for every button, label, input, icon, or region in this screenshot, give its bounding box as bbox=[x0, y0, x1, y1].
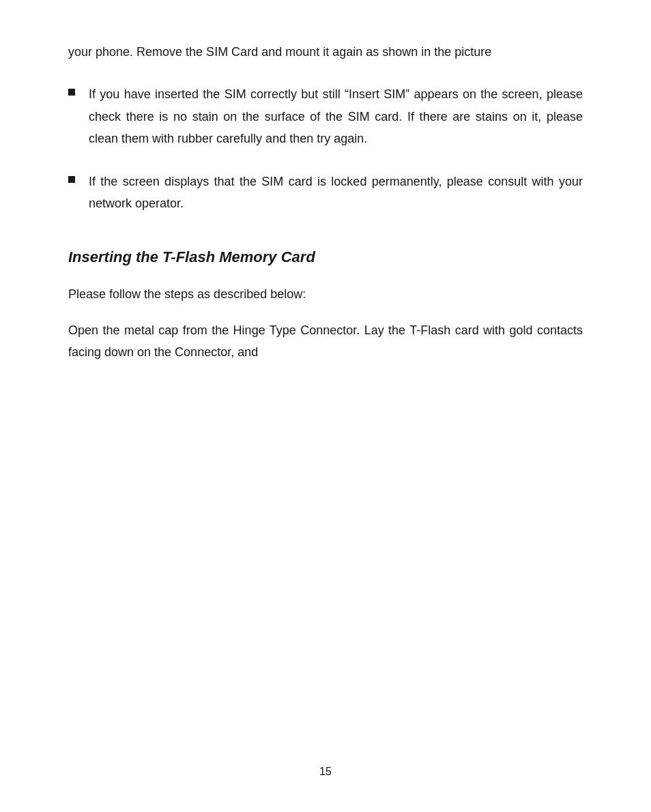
intro-text: your phone. Remove the SIM Card and moun… bbox=[68, 41, 583, 63]
section-paragraph-2: Open the metal cap from the Hinge Type C… bbox=[68, 319, 583, 364]
bullet-text-1: If you have inserted the SIM correctly b… bbox=[89, 83, 583, 149]
section-heading: Inserting the T-Flash Memory Card bbox=[68, 248, 583, 266]
bullet-icon bbox=[68, 176, 75, 183]
bullet-list: If you have inserted the SIM correctly b… bbox=[68, 83, 583, 214]
section-paragraph-1: Please follow the steps as described bel… bbox=[68, 283, 583, 305]
bullet-icon bbox=[68, 89, 75, 96]
page-number: 15 bbox=[319, 766, 332, 778]
list-item: If you have inserted the SIM correctly b… bbox=[68, 83, 583, 149]
list-item: If the screen displays that the SIM card… bbox=[68, 171, 583, 215]
page: your phone. Remove the SIM Card and moun… bbox=[0, 0, 651, 812]
bullet-text-2: If the screen displays that the SIM card… bbox=[89, 171, 583, 215]
